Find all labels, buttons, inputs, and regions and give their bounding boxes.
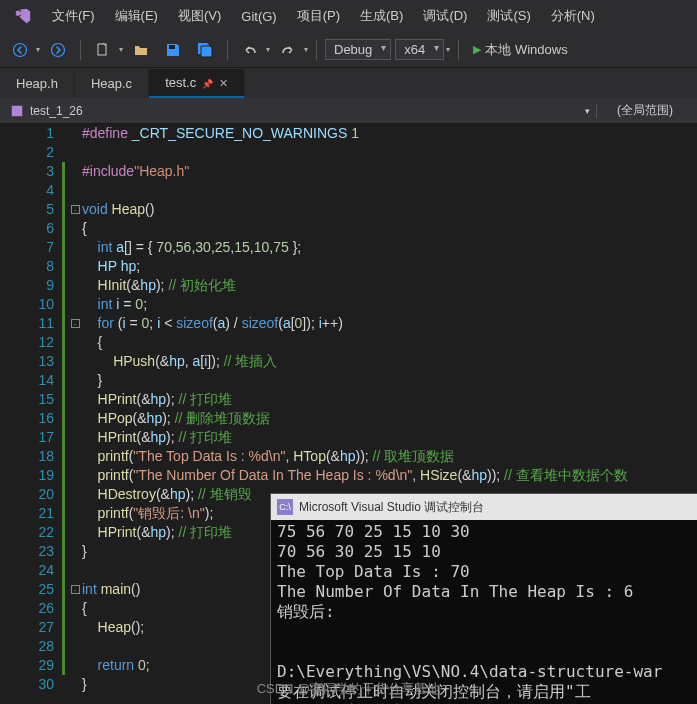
menu-edit[interactable]: 编辑(E) [105,1,168,31]
fold-toggle[interactable]: - [71,585,80,594]
tab-heap-c[interactable]: Heap.c [75,70,149,97]
menu-analyze[interactable]: 分析(N) [541,1,605,31]
menu-debug[interactable]: 调试(D) [413,1,477,31]
separator [227,40,228,60]
fold-column: --- [68,124,82,704]
redo-dropdown[interactable]: ▾ [304,45,308,54]
line-number-gutter: 1234567891011121314151617181920212223242… [0,124,62,704]
back-history-dropdown[interactable]: ▾ [36,45,40,54]
platform-select[interactable]: x64 [395,39,444,60]
save-all-button[interactable] [191,36,219,64]
svg-rect-4 [12,105,23,116]
menubar: 文件(F) 编辑(E) 视图(V) Git(G) 项目(P) 生成(B) 调试(… [0,0,697,32]
svg-rect-2 [98,44,106,55]
console-titlebar[interactable]: C:\ Microsoft Visual Studio 调试控制台 [271,494,697,520]
save-button[interactable] [159,36,187,64]
new-file-button[interactable] [89,36,117,64]
fold-toggle[interactable]: - [71,319,80,328]
menu-project[interactable]: 项目(P) [287,1,350,31]
start-debugging-button[interactable]: ▶ 本地 Windows [467,41,573,59]
open-file-button[interactable] [127,36,155,64]
console-icon: C:\ [277,499,293,515]
separator [80,40,81,60]
vs-logo-icon [14,6,34,26]
nav-scope-select[interactable]: test_1_26 ▾ [4,104,597,118]
toolbar: ▾ ▾ ▾ ▾ Debug x64 ▾ ▶ 本地 Windows [0,32,697,68]
configuration-select[interactable]: Debug [325,39,391,60]
tab-test-c[interactable]: test.c📌✕ [149,69,245,98]
svg-point-0 [14,43,27,56]
back-button[interactable] [6,36,34,64]
close-icon[interactable]: ✕ [219,77,228,89]
run-label: 本地 Windows [485,41,567,59]
undo-button[interactable] [236,36,264,64]
console-title-text: Microsoft Visual Studio 调试控制台 [299,499,484,516]
menu-test[interactable]: 测试(S) [477,1,540,31]
separator [458,40,459,60]
new-file-dropdown[interactable]: ▾ [119,45,123,54]
tab-heap-h[interactable]: Heap.h [0,70,75,97]
debug-console: C:\ Microsoft Visual Studio 调试控制台 75 56 … [270,493,697,704]
platform-dropdown[interactable]: ▾ [446,45,450,54]
pin-icon[interactable]: 📌 [202,79,213,89]
navbar: test_1_26 ▾ (全局范围) [0,98,697,124]
tabbar: Heap.h Heap.c test.c📌✕ [0,68,697,98]
play-icon: ▶ [473,43,481,56]
redo-button[interactable] [274,36,302,64]
menu-git[interactable]: Git(G) [231,3,286,30]
project-icon [10,104,24,118]
undo-dropdown[interactable]: ▾ [266,45,270,54]
menu-view[interactable]: 视图(V) [168,1,231,31]
forward-button[interactable] [44,36,72,64]
menu-build[interactable]: 生成(B) [350,1,413,31]
svg-point-1 [52,43,65,56]
fold-toggle[interactable]: - [71,205,80,214]
svg-rect-3 [169,45,175,49]
menu-file[interactable]: 文件(F) [42,1,105,31]
separator [316,40,317,60]
console-output[interactable]: 75 56 70 25 15 10 30 70 56 30 25 15 10 T… [271,520,697,704]
nav-global-select[interactable]: (全局范围) [597,102,693,119]
